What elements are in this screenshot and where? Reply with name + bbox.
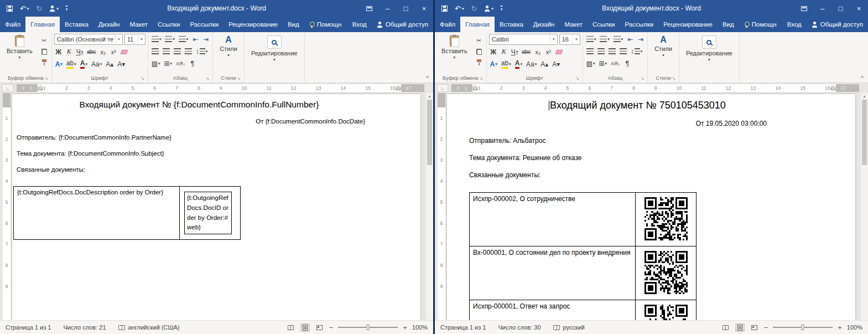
- tab-view[interactable]: Вид: [283, 17, 304, 32]
- sign-in-button[interactable]: Вход: [347, 17, 372, 32]
- vertical-scrollbar[interactable]: ▲: [861, 93, 868, 320]
- read-mode-button[interactable]: [286, 323, 295, 332]
- align-right-button[interactable]: [607, 46, 617, 56]
- highlight-button[interactable]: ab▾: [500, 59, 512, 69]
- dialog-launcher-icon[interactable]: ↘: [479, 76, 483, 81]
- tab-review[interactable]: Рецензирование: [658, 17, 718, 32]
- tab-design[interactable]: Дизайн: [528, 17, 560, 32]
- decrease-indent-button[interactable]: ⇤: [191, 34, 200, 44]
- align-left-button[interactable]: [585, 46, 595, 56]
- page-number-status[interactable]: Страница 1 из 1: [6, 324, 51, 331]
- font-name-combobox[interactable]: Calibri (Основной те▾: [54, 34, 123, 45]
- justify-button[interactable]: [184, 46, 193, 56]
- print-layout-button[interactable]: [735, 323, 745, 332]
- text-effects-button[interactable]: А▾: [489, 59, 498, 69]
- grow-font-button[interactable]: А▴: [105, 59, 115, 69]
- paste-button[interactable]: Вставить ▾: [437, 34, 472, 73]
- shading-button[interactable]: ▨▾: [585, 58, 596, 69]
- paste-button[interactable]: Вставить ▾: [2, 34, 37, 73]
- horizontal-ruler[interactable]: ∟ 21 12345678910111213141516 17: [435, 83, 868, 93]
- minimize-button[interactable]: –: [813, 0, 831, 17]
- styles-button[interactable]: А Стили ▾: [650, 34, 677, 73]
- dialog-launcher-icon[interactable]: ↘: [237, 76, 241, 81]
- document-page[interactable]: Входящий документ № 750105453010 От 19.0…: [447, 94, 855, 320]
- styles-button[interactable]: А Стили ▾: [215, 34, 242, 73]
- show-paragraph-marks-button[interactable]: ¶: [623, 58, 632, 69]
- zoom-percentage[interactable]: 100%: [847, 324, 862, 331]
- shrink-font-button[interactable]: А▾: [551, 59, 561, 69]
- tab-home[interactable]: Главная: [460, 17, 495, 32]
- zoom-out-button[interactable]: −: [764, 323, 768, 332]
- bold-button[interactable]: Ж: [489, 47, 498, 57]
- font-size-combobox[interactable]: 11▾: [124, 34, 145, 45]
- docid-field-cell[interactable]: {t:OutgoingRefDocs.DocID order by Order:…: [180, 187, 241, 240]
- docid-field[interactable]: {t:OutgoingRefDocs.DocID order by Order:…: [184, 192, 232, 234]
- italic-button[interactable]: К: [65, 47, 74, 57]
- subscript-button[interactable]: x₂: [98, 47, 107, 57]
- vertical-ruler[interactable]: 123456789: [2, 93, 11, 320]
- doc-description-cell[interactable]: Исхпр-000002, О сотрудничестве: [470, 193, 636, 246]
- tab-file[interactable]: Файл: [0, 17, 25, 32]
- text-effects-button[interactable]: А▾: [54, 59, 64, 69]
- increase-indent-button[interactable]: ⇥: [636, 34, 645, 44]
- font-size-combobox[interactable]: 16▾: [559, 34, 580, 45]
- share-button[interactable]: Общий доступ: [372, 17, 433, 32]
- description-field-cell[interactable]: {t:OutgoingRefDocs.DocDescription order …: [14, 187, 180, 240]
- indent-marker-right[interactable]: [831, 85, 835, 90]
- shrink-font-button[interactable]: А▾: [116, 59, 126, 69]
- bullet-list-button[interactable]: ▾: [150, 34, 163, 44]
- line-spacing-button[interactable]: ↕▾: [195, 46, 209, 56]
- cut-button[interactable]: ✂: [474, 36, 484, 45]
- document-page[interactable]: Входящий документ № {f:DocumentCommonInf…: [12, 94, 420, 320]
- decrease-indent-button[interactable]: ⇤: [626, 34, 635, 44]
- change-case-button[interactable]: Аа▾: [525, 59, 538, 69]
- indent-marker-right[interactable]: [396, 85, 401, 90]
- strikethrough-button[interactable]: abc: [86, 47, 97, 57]
- undo-button[interactable]: ↶▾: [20, 5, 29, 12]
- web-layout-button[interactable]: [750, 323, 759, 332]
- tab-stop-selector[interactable]: ∟: [2, 84, 13, 92]
- language-status[interactable]: английский (США): [118, 324, 180, 331]
- borders-button[interactable]: ⊞▾: [163, 58, 174, 69]
- dialog-launcher-icon[interactable]: ↘: [205, 76, 209, 81]
- font-name-combobox[interactable]: Calibri▾: [489, 34, 558, 45]
- grow-font-button[interactable]: А▴: [539, 59, 549, 69]
- tab-review[interactable]: Рецензирование: [224, 17, 283, 32]
- zoom-slider-thumb[interactable]: [802, 325, 804, 330]
- scrollbar-thumb[interactable]: [862, 100, 867, 165]
- tab-tell-me[interactable]: Помощн: [739, 17, 782, 32]
- customize-qat-button[interactable]: ▾: [66, 6, 68, 11]
- dialog-launcher-icon[interactable]: ↘: [575, 76, 579, 81]
- tab-references[interactable]: Ссылки: [153, 17, 185, 32]
- language-status[interactable]: русский: [553, 324, 585, 331]
- sign-in-button[interactable]: Вход: [782, 17, 807, 32]
- maximize-button[interactable]: □: [397, 0, 415, 17]
- doc-description-cell[interactable]: Исхпр-000001, Ответ на запрос: [470, 300, 636, 321]
- share-button[interactable]: Общий доступ: [807, 17, 868, 32]
- tab-mailings[interactable]: Рассылки: [620, 17, 659, 32]
- zoom-percentage[interactable]: 100%: [412, 324, 428, 331]
- zoom-in-button[interactable]: +: [403, 323, 407, 332]
- tab-tell-me[interactable]: Помощн: [304, 17, 347, 32]
- web-layout-button[interactable]: [315, 323, 324, 332]
- dialog-launcher-icon[interactable]: ↘: [44, 76, 48, 81]
- close-button[interactable]: ×: [850, 0, 868, 17]
- format-painter-button[interactable]: [474, 58, 484, 67]
- show-paragraph-marks-button[interactable]: ¶: [188, 58, 197, 69]
- collapse-ribbon-button[interactable]: ^: [426, 75, 429, 81]
- touch-mode-button[interactable]: ▾: [49, 6, 59, 12]
- dialog-launcher-icon[interactable]: ↘: [141, 76, 144, 81]
- dialog-launcher-icon[interactable]: ↘: [672, 76, 675, 81]
- zoom-slider[interactable]: [773, 327, 833, 328]
- cut-button[interactable]: ✂: [39, 36, 49, 45]
- vertical-scrollbar[interactable]: ▲: [426, 93, 433, 320]
- collapse-ribbon-button[interactable]: ^: [861, 75, 864, 81]
- zoom-slider-thumb[interactable]: [367, 325, 370, 330]
- minimize-button[interactable]: –: [378, 0, 397, 17]
- format-painter-button[interactable]: [39, 58, 49, 67]
- close-button[interactable]: ×: [415, 0, 433, 17]
- undo-button[interactable]: ↶▾: [455, 5, 464, 12]
- tab-layout[interactable]: Макет: [559, 17, 588, 32]
- zoom-in-button[interactable]: +: [838, 323, 842, 332]
- save-button[interactable]: [441, 6, 448, 12]
